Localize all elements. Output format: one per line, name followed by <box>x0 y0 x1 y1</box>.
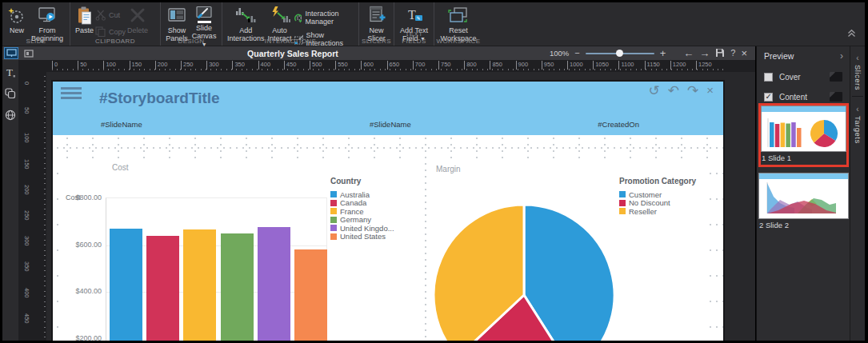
cut-button[interactable]: Cut <box>95 10 126 21</box>
thumb-header-strip <box>759 173 848 179</box>
legend-item[interactable]: Australia <box>330 190 394 198</box>
pie-legend-title: Promotion Category <box>619 177 696 185</box>
bar-france[interactable] <box>183 229 216 341</box>
legend-item[interactable]: Reseller <box>619 207 696 215</box>
undo-icon[interactable]: ↶ <box>668 83 679 99</box>
zoom-out-button[interactable]: − <box>574 49 579 58</box>
ribbon-group-clipboard: Paste Cut Copy Delete CLIPBOARD <box>70 2 161 46</box>
legend-item[interactable]: Customer <box>619 190 696 198</box>
interaction-manager-button[interactable]: Interaction Manager <box>294 10 355 26</box>
hamburger-menu-icon[interactable] <box>61 87 82 99</box>
ruler-tick-label: 900 <box>516 61 529 70</box>
save-icon[interactable] <box>715 48 725 59</box>
copy-button[interactable]: Copy <box>95 26 126 37</box>
legend-item[interactable]: Germany <box>330 216 394 224</box>
svg-text:T: T <box>408 8 416 22</box>
bar-australia[interactable] <box>110 229 142 341</box>
legend-label: United Kingdo... <box>340 224 394 233</box>
legend-item[interactable]: No Discount <box>619 199 696 207</box>
new-slicer-icon <box>368 6 386 26</box>
app-window: New From Beginning SLIDE Paste Cut <box>0 0 868 343</box>
ruler-tick-label: 1100 <box>618 61 634 70</box>
content-label: Content <box>779 93 807 102</box>
slide-canvas-area: #StoryboardTitle #SlideName #SlideName #… <box>46 72 755 341</box>
cover-row[interactable]: Cover <box>757 72 850 82</box>
ruler-tick-label: 750 <box>438 61 451 70</box>
slide-thumbnail-2[interactable]: 2 Slide 2 <box>758 173 849 232</box>
zoom-in-button[interactable]: + <box>660 48 666 58</box>
bar-chart-plot <box>106 197 327 341</box>
tab-slicers[interactable]: ‹ Slicers <box>850 51 865 90</box>
ribbon: New From Beginning SLIDE Paste Cut <box>2 2 865 46</box>
redo-icon[interactable]: ↷ <box>687 83 698 99</box>
ruler-tick-label: 1150 <box>645 61 660 70</box>
bar-united-states[interactable] <box>294 249 327 341</box>
slide-1-thumb-label: 1 Slide 1 <box>761 152 846 165</box>
help-button[interactable]: ? <box>730 49 735 58</box>
group-name-slide: SLIDE <box>2 38 70 45</box>
bar-legend-title: Country <box>330 177 394 185</box>
legend-item[interactable]: United States <box>330 233 394 241</box>
preview-panel-title: Preview <box>764 51 794 61</box>
ruler-tick-label: 450 <box>23 313 30 324</box>
legend-item[interactable]: France <box>330 207 394 215</box>
monitor-view-icon[interactable] <box>4 47 18 59</box>
ruler-tick-label: 100 <box>23 133 30 143</box>
targets-tab-label: Targets <box>854 116 862 144</box>
collapse-ribbon-button[interactable] <box>846 26 857 41</box>
legend-swatch <box>330 225 337 231</box>
ruler-tick-label: 50 <box>78 61 86 70</box>
legend-item[interactable]: Canada <box>330 199 394 207</box>
interaction-manager-label: Interaction Manager <box>305 10 355 26</box>
ruler-tick-label: 1200 <box>670 61 686 70</box>
horizontal-ruler: 0501001502002503003504004505005506006507… <box>46 60 755 72</box>
auto-interact-icon <box>270 6 290 26</box>
ruler-tick-label: 350 <box>232 61 245 70</box>
cover-checkbox[interactable] <box>764 73 773 82</box>
legend-item[interactable]: United Kingdo... <box>330 224 394 232</box>
new-slide-icon <box>7 6 26 26</box>
shapes-tool-icon[interactable] <box>5 88 16 102</box>
pie-chart-item[interactable]: Margin Promotion Category CustomerNo Dis… <box>426 158 708 341</box>
close-document-button[interactable]: × <box>741 48 747 58</box>
pane-view-icon[interactable] <box>22 47 36 59</box>
globe-tool-icon[interactable] <box>5 110 16 124</box>
pie-chart-title: Margin <box>436 165 461 173</box>
collapse-panel-chevron-icon[interactable]: › <box>840 50 843 62</box>
reset-slide-icon[interactable]: ↺ <box>648 83 659 99</box>
legend-swatch <box>330 217 337 223</box>
side-tab-strip: ‹ Slicers ‹ Targets <box>850 46 865 341</box>
bar-canada[interactable] <box>146 236 179 341</box>
legend-label: Australia <box>340 190 370 199</box>
bar-chart-legend: Country AustraliaCanadaFranceGermanyUnit… <box>330 177 394 241</box>
cover-label: Cover <box>779 73 801 82</box>
bar-germany[interactable] <box>221 233 254 341</box>
ruler-tick-label: 50 <box>23 107 30 114</box>
zoom-slider-thumb[interactable] <box>616 50 623 57</box>
ruler-tick-label: 1050 <box>593 61 609 70</box>
preview-panel-header: Preview › <box>757 46 850 62</box>
tab-targets[interactable]: ‹ Targets <box>850 102 865 144</box>
content-checkbox[interactable] <box>764 93 773 102</box>
ruler-tick-label: 300 <box>206 61 219 70</box>
forward-arrow-icon[interactable]: → <box>699 48 710 58</box>
pie-chart-svg <box>430 201 618 341</box>
legend-label: United States <box>340 232 386 241</box>
copy-button-label: Copy <box>109 28 126 36</box>
legend-swatch <box>330 208 337 214</box>
close-slide-icon[interactable]: × <box>706 83 714 99</box>
canvas-color-indicator <box>198 21 211 23</box>
zoom-slider[interactable] <box>586 53 654 54</box>
bar-chart-item[interactable]: Cost Cost $800.00$600.00$400.00$200.00 C… <box>58 158 425 341</box>
bar-united-kingdom[interactable] <box>258 227 290 341</box>
slide-thumbnail-1[interactable]: 1 Slide 1 <box>758 103 849 167</box>
back-arrow-icon[interactable]: ← <box>683 48 694 58</box>
legend-label: Reseller <box>629 207 657 216</box>
svg-text:✎: ✎ <box>416 16 420 21</box>
cut-icon <box>95 10 106 21</box>
ruler-tick-label: 200 <box>155 61 168 70</box>
text-tool-icon[interactable]: T <box>5 66 16 81</box>
content-row[interactable]: Content <box>757 92 850 102</box>
view-mode-toggles <box>2 47 36 59</box>
slide-1-thumb-image <box>761 106 846 152</box>
